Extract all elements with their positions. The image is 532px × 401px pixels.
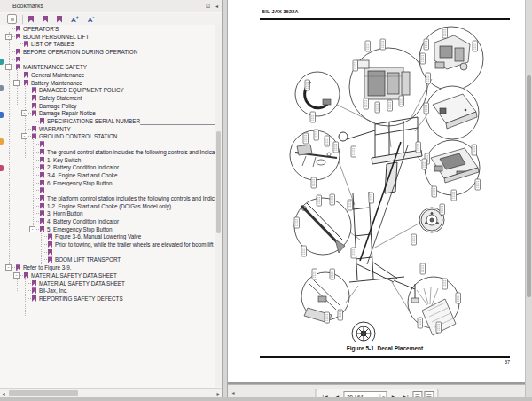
tree-connector: [36, 183, 39, 184]
bookmark-item-label: Refer to Figure 3-9.: [23, 264, 72, 271]
bookmark-item[interactable]: -GROUND CONTROL STATION: [0, 133, 215, 141]
bookmark-item[interactable]: Safety Statement: [0, 94, 215, 102]
bookmark-item-label: GROUND CONTROL STATION: [39, 133, 117, 139]
panel-splitter[interactable]: [222, 0, 228, 401]
decrease-text-size-button[interactable]: A-: [88, 15, 94, 24]
decal-number-label: [365, 41, 371, 51]
decal-number-label: [338, 310, 343, 320]
bookmark-item[interactable]: LIST OF TABLES: [0, 40, 215, 48]
bookmark-item[interactable]: Bil-Jax, Inc.: [0, 287, 215, 295]
bookmark-item[interactable]: 6. Emergency Stop Button: [0, 179, 215, 187]
increase-text-size-button[interactable]: A+: [71, 15, 79, 24]
bookmark-item-label: LIST OF TABLES: [31, 41, 74, 47]
tree-connector: [20, 43, 23, 44]
expander-icon[interactable]: -: [5, 34, 12, 40]
expander-icon[interactable]: -: [5, 64, 12, 70]
expand-current-bookmark-icon[interactable]: [7, 14, 17, 24]
bookmark-item[interactable]: -BOOM PERSONNEL LIFT: [0, 33, 215, 41]
bookmark-item[interactable]: -Damage Repair Notice: [0, 110, 215, 118]
bookmark-item[interactable]: [0, 186, 215, 194]
expander-icon[interactable]: -: [21, 133, 27, 139]
bookmark-flag-icon: [16, 49, 20, 55]
bookmark-item[interactable]: 1-2. Engine Start and Choke (DC/Gas Mode…: [0, 202, 215, 210]
bookmark-item[interactable]: -Battery Maintenance: [0, 79, 215, 87]
scroll-right-arrow-icon[interactable]: ▸: [215, 390, 222, 397]
bookmark-item[interactable]: General Maintenance: [0, 71, 215, 79]
layers-tab-icon[interactable]: [0, 85, 4, 91]
toolbar-separator: [22, 15, 23, 24]
bookmark-item[interactable]: SPECIFICATIONS SERIAL NUMBER____________…: [0, 117, 215, 125]
bookmark-item[interactable]: Prior to towing, while the trailer wheel…: [0, 240, 215, 248]
bookmark-item[interactable]: 2. Battery Condition Indicator: [0, 163, 215, 171]
bookmark-flag-icon: [40, 180, 44, 186]
bookmark-item[interactable]: [0, 56, 215, 64]
bookmark-item[interactable]: BOOM LIFT TRANSPORT: [0, 256, 215, 264]
scrollbar-thumb[interactable]: [9, 390, 78, 396]
attachments-tab-icon[interactable]: [0, 112, 4, 118]
expander-icon[interactable]: -: [13, 272, 20, 279]
wheel-hub-sketch: [421, 209, 442, 231]
bookmark-item[interactable]: The platform control station includes th…: [0, 194, 215, 202]
bookmark-item[interactable]: WARRANTY: [0, 125, 215, 133]
bookmark-item[interactable]: 1. Key Switch: [0, 156, 215, 164]
pdf-reader-window: Bookmarks ⊡ ◂ A+ A- OPERATOR'S-BOOM PERS…: [0, 0, 532, 401]
bookmark-item[interactable]: -5. Emergency Stop Button: [0, 225, 215, 233]
bookmark-item[interactable]: MATERIAL SAFETY DATA SHEET: [0, 279, 215, 287]
bookmark-flag-icon: [32, 133, 36, 139]
tree-connector: [44, 236, 47, 237]
bookmark-item[interactable]: DAMAGED EQUIPMENT POLICY: [0, 87, 215, 95]
bookmark-item-label: BEFORE OPERATION DURING OPERATION: [23, 49, 137, 55]
bookmark-flag-icon: [32, 110, 36, 116]
document-vertical-scrollbar[interactable]: [525, 0, 532, 401]
bookmark-item[interactable]: REPORTING SAFETY DEFECTS: [0, 295, 215, 303]
bookmark-item[interactable]: 3. Horn Button: [0, 210, 215, 218]
dock-panel-icon[interactable]: ⊡: [206, 4, 210, 9]
bookmarks-tree: OPERATOR'S-BOOM PERSONNEL LIFTLIST OF TA…: [0, 25, 215, 387]
bookmark-flag-icon: [40, 218, 44, 224]
decal-number-label: [375, 102, 380, 113]
tree-connector: [28, 90, 31, 90]
expander-icon[interactable]: -: [21, 110, 27, 116]
expander-icon[interactable]: -: [29, 226, 35, 232]
expander-icon[interactable]: -: [5, 264, 12, 271]
scrollbar-thumb[interactable]: [216, 131, 221, 233]
bookmark-item[interactable]: [0, 248, 215, 256]
bookmarks-horizontal-scrollbar[interactable]: ◂ ▸: [0, 388, 222, 397]
bookmark-item[interactable]: 3-4. Engine Start and Choke: [0, 171, 215, 179]
footer-rule: [260, 356, 510, 358]
decal-number-label: [387, 100, 393, 111]
delete-bookmark-icon[interactable]: [43, 16, 48, 23]
bookmark-flag-icon: [48, 256, 52, 263]
bookmarks-vertical-scrollbar[interactable]: [215, 25, 222, 387]
scrollbar-thumb[interactable]: [527, 75, 531, 297]
bookmark-item[interactable]: BEFORE OPERATION DURING OPERATION: [0, 48, 215, 56]
bookmark-item[interactable]: -Refer to Figure 3-9.: [0, 263, 215, 271]
bookmark-item[interactable]: 4. Battery Condition Indicator: [0, 217, 215, 225]
bookmark-item[interactable]: Damage Policy: [0, 102, 215, 110]
new-bookmark-icon[interactable]: [28, 16, 34, 23]
decal-number-label: [424, 103, 429, 114]
bookmark-item[interactable]: The ground control station includes the …: [0, 148, 215, 156]
tree-connector: [20, 75, 23, 75]
figure-caption: Figure 5-1. Decal Placement: [260, 345, 510, 351]
decal-number-label: [420, 53, 426, 64]
signatures-tab-icon[interactable]: [0, 165, 4, 171]
bookmark-item[interactable]: OPERATOR'S: [0, 25, 215, 33]
bookmark-item[interactable]: -MATERIAL SAFETY DATA SHEET: [0, 271, 215, 279]
decal-number-label: [325, 136, 330, 146]
tree-connector: [36, 144, 39, 145]
comments-tab-icon[interactable]: [0, 138, 4, 145]
expander-icon[interactable]: -: [13, 80, 20, 86]
scroll-left-arrow-icon[interactable]: ◂: [230, 389, 237, 396]
bookmark-properties-icon[interactable]: [57, 16, 62, 23]
bookmark-item[interactable]: -MAINTENANCE SAFETY: [0, 63, 215, 71]
bookmark-flag-icon: [16, 264, 20, 271]
bookmark-flag-icon: [40, 164, 44, 170]
bookmark-flag-icon: [32, 287, 36, 294]
bookmark-item-label: General Maintenance: [31, 72, 84, 78]
bookmark-item-label: SPECIFICATIONS SERIAL NUMBER____________…: [47, 118, 215, 124]
bookmark-item[interactable]: Figure 3-6. Manual Lowering Valve: [0, 233, 215, 241]
collapse-panel-icon[interactable]: ◂: [215, 4, 218, 9]
bookmark-item[interactable]: [0, 140, 215, 148]
pages-tab-icon[interactable]: [0, 59, 4, 65]
